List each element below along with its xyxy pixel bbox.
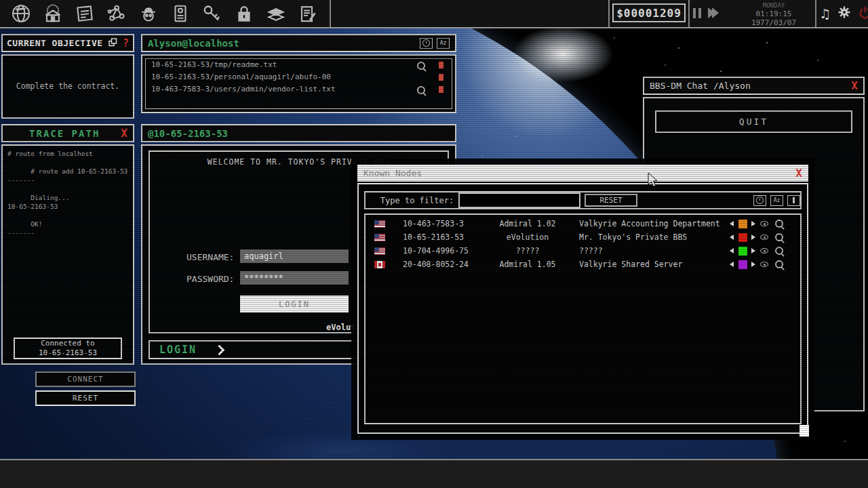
settings-gear-icon[interactable]	[837, 5, 851, 22]
money-value: $00001209	[616, 7, 682, 20]
network-map-icon[interactable]	[105, 3, 127, 25]
spy-gear-icon[interactable]	[137, 3, 159, 25]
known-nodes-titlebar[interactable]: Known Nodes X	[357, 165, 808, 182]
node-color-swatch[interactable]	[738, 233, 747, 242]
status-line: 10-65-2163-53	[15, 348, 121, 358]
node-row[interactable]: 20-408-8052-24 Admiral 1.05 Valkyrie Sha…	[366, 258, 800, 271]
software-icon[interactable]	[264, 3, 287, 25]
clock-day: MONDAY	[734, 3, 814, 9]
pause-icon[interactable]	[693, 8, 701, 18]
color-next-icon[interactable]	[751, 221, 760, 226]
file-list: 10-65-2163-53/tmp/readme.txt 10-65-2163-…	[145, 58, 452, 109]
color-next-icon[interactable]	[751, 235, 760, 240]
watch-node-icon[interactable]	[760, 248, 775, 253]
objective-titlebar[interactable]: CURRENT OBJECTIVE ?	[1, 34, 134, 52]
sort-recent-button[interactable]	[753, 195, 766, 206]
file-row: 10-463-7583-3/users/admin/vendor-list.tx…	[146, 83, 452, 96]
inspect-node-icon[interactable]	[775, 247, 783, 255]
objective-text: Complete the contract.	[3, 81, 133, 91]
newspaper-icon[interactable]	[73, 3, 96, 25]
connect-button[interactable]: CONNECT	[35, 371, 136, 387]
file-row: 10-65-2163-53/personal/aquagirl/abufo-00	[146, 71, 452, 83]
node-number: 20-408-8052-24	[403, 260, 476, 269]
login-button[interactable]: LOGIN	[240, 296, 349, 312]
music-icon[interactable]: ♫	[819, 7, 831, 20]
keys-icon[interactable]	[201, 3, 223, 25]
top-toolbar: $00001209 MONDAY 01:19:15 1977/03/07 ♫	[0, 0, 868, 28]
node-color-swatch[interactable]	[738, 247, 747, 256]
view-file-icon[interactable]	[417, 86, 425, 94]
files-titlebar[interactable]: Alyson@localhost Az	[141, 34, 456, 52]
trace-title: TRACE PATH	[8, 128, 121, 139]
username-field[interactable]	[240, 249, 349, 263]
node-titlebar[interactable]: @10-65-2163-53	[141, 124, 456, 142]
trace-log: # route from localhost # route add 10-65…	[7, 149, 127, 237]
inspect-node-icon[interactable]	[775, 233, 783, 241]
sort-recent-button[interactable]	[420, 38, 433, 49]
color-prev-icon[interactable]	[730, 248, 738, 253]
help-icon[interactable]: ?	[123, 37, 129, 49]
inspect-node-icon[interactable]	[775, 260, 783, 268]
locks-icon[interactable]	[233, 3, 255, 25]
color-prev-icon[interactable]	[730, 221, 738, 226]
view-file-icon[interactable]	[417, 62, 425, 70]
color-next-icon[interactable]	[751, 262, 760, 267]
trace-titlebar[interactable]: TRACE PATH X	[1, 124, 134, 142]
star	[720, 70, 722, 72]
sort-alpha-button[interactable]: Az	[437, 38, 450, 49]
close-icon[interactable]: X	[851, 81, 858, 92]
restore-window-icon[interactable]	[108, 37, 117, 49]
status-line: Connected to	[15, 339, 121, 348]
delete-file-icon[interactable]	[439, 86, 443, 93]
filter-reset-button[interactable]: RESET	[585, 194, 637, 207]
sort-alpha-button[interactable]: Az	[770, 195, 783, 206]
game-screen: $00001209 MONDAY 01:19:15 1977/03/07 ♫	[0, 0, 868, 488]
chat-titlebar[interactable]: BBS-DM Chat /Alyson X	[643, 77, 865, 95]
power-icon[interactable]	[858, 5, 868, 22]
resize-handle[interactable]	[800, 425, 809, 436]
node-row[interactable]: 10-65-2163-53 eVolution Mr. Tokyo's Priv…	[366, 230, 800, 244]
node-color-swatch[interactable]	[738, 260, 747, 269]
money-display: $00001209	[612, 3, 686, 22]
watch-node-icon[interactable]	[760, 235, 775, 240]
watch-node-icon[interactable]	[760, 221, 775, 226]
node-color-swatch[interactable]	[738, 220, 747, 228]
filter-input[interactable]	[458, 192, 580, 208]
system-icon-group: ♫	[819, 3, 868, 24]
node-row[interactable]: 10-463-7583-3 Admiral 1.02 Valkyrie Acco…	[366, 217, 800, 230]
password-label: PASSWORD:	[186, 274, 234, 284]
star	[481, 156, 483, 157]
az-icon: Az	[774, 198, 781, 203]
inspect-node-icon[interactable]	[775, 220, 783, 228]
file-path: 10-65-2163-53/tmp/readme.txt	[151, 60, 277, 69]
star	[614, 37, 615, 39]
reset-button[interactable]: RESET	[35, 390, 136, 406]
delete-file-icon[interactable]	[439, 74, 443, 81]
toolbar-divider	[330, 0, 331, 27]
color-next-icon[interactable]	[751, 248, 760, 253]
password-field[interactable]	[240, 271, 349, 285]
fast-forward-icon[interactable]	[708, 7, 719, 18]
star	[665, 64, 666, 66]
file-row: 10-65-2163-53/tmp/readme.txt	[146, 59, 452, 71]
delete-file-icon[interactable]	[439, 62, 443, 68]
quit-button[interactable]: QUIT	[655, 110, 852, 133]
close-icon[interactable]: X	[795, 168, 802, 179]
node-row[interactable]: 10-704-4996-75 ????? ?????	[366, 244, 800, 258]
world-map-icon[interactable]	[9, 3, 32, 25]
close-icon[interactable]: X	[121, 128, 127, 139]
file-path: 10-65-2163-53/personal/aquagirl/abufo-00	[151, 73, 331, 81]
keycard-icon[interactable]	[169, 3, 191, 25]
game-clock: MONDAY 01:19:15 1977/03/07	[734, 1, 814, 26]
flag-icon	[374, 261, 385, 268]
tool-icon-group	[9, 2, 319, 25]
sun-glare	[512, 26, 614, 83]
node-name: Mr. Tokyo's Private BBS	[579, 232, 730, 242]
pin-column-button[interactable]	[787, 195, 800, 206]
watch-node-icon[interactable]	[760, 262, 775, 267]
color-prev-icon[interactable]	[730, 235, 738, 240]
clock-icon	[422, 39, 430, 47]
contracts-icon[interactable]	[296, 3, 319, 25]
university-icon[interactable]	[41, 3, 64, 25]
color-prev-icon[interactable]	[730, 262, 738, 267]
